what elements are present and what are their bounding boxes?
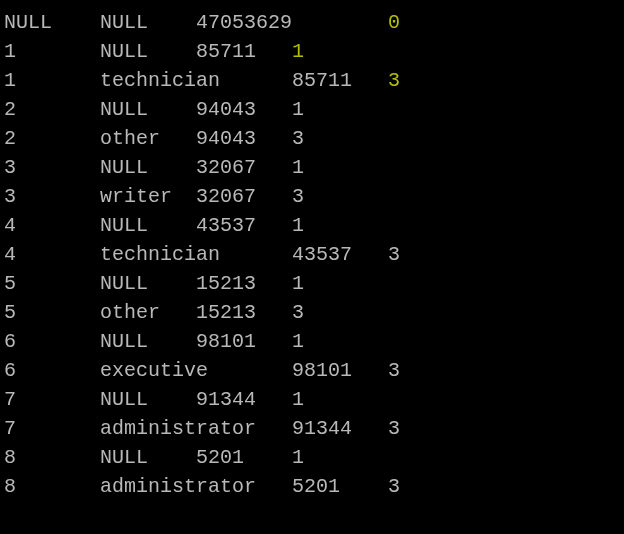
cell-col3: 47053629 (196, 8, 388, 37)
table-row: 7 administrator 91344 3 (4, 414, 620, 443)
cell-col4: 3 (388, 472, 400, 501)
cell-col1: 4 (4, 211, 100, 240)
cell-col1: 6 (4, 327, 100, 356)
cell-col4: 1 (292, 95, 304, 124)
table-row: 2 NULL 94043 1 (4, 95, 620, 124)
cell-col4: 1 (292, 385, 304, 414)
cell-col3: 85711 (196, 37, 292, 66)
cell-col1: 7 (4, 414, 100, 443)
cell-col2: administrator (100, 414, 292, 443)
cell-col4: 3 (388, 240, 400, 269)
cell-col1: 4 (4, 240, 100, 269)
cell-col2: NULL (100, 95, 196, 124)
table-row: 4 technician 43537 3 (4, 240, 620, 269)
cell-col4: 1 (292, 211, 304, 240)
cell-col2: NULL (100, 385, 196, 414)
table-row: 6 executive 98101 3 (4, 356, 620, 385)
cell-col2: technician (100, 66, 292, 95)
cell-col1: 8 (4, 472, 100, 501)
cell-col1: 1 (4, 66, 100, 95)
cell-col3: 15213 (196, 269, 292, 298)
cell-col4: 1 (292, 37, 304, 66)
cell-col3: 94043 (196, 95, 292, 124)
cell-col1: 2 (4, 124, 100, 153)
table-row: 2 other 94043 3 (4, 124, 620, 153)
cell-col3: 43537 (196, 211, 292, 240)
cell-col2: NULL (100, 153, 196, 182)
table-row: 6 NULL 98101 1 (4, 327, 620, 356)
cell-col2: NULL (100, 8, 196, 37)
table-row: 5 other 15213 3 (4, 298, 620, 327)
cell-col2: NULL (100, 443, 196, 472)
cell-col4: 0 (388, 8, 400, 37)
cell-col4: 3 (388, 356, 400, 385)
cell-col1: 1 (4, 37, 100, 66)
table-row: 8 NULL 5201 1 (4, 443, 620, 472)
cell-col2: other (100, 298, 196, 327)
cell-col3: 43537 (292, 240, 388, 269)
cell-col4: 1 (292, 269, 304, 298)
cell-col3: 32067 (196, 182, 292, 211)
cell-col3: 98101 (292, 356, 388, 385)
cell-col3: 91344 (292, 414, 388, 443)
table-row: 1 NULL 85711 1 (4, 37, 620, 66)
cell-col4: 1 (292, 443, 304, 472)
cell-col1: 7 (4, 385, 100, 414)
cell-col2: NULL (100, 327, 196, 356)
cell-col4: 3 (388, 66, 400, 95)
cell-col1: 6 (4, 356, 100, 385)
cell-col1: 8 (4, 443, 100, 472)
cell-col3: 15213 (196, 298, 292, 327)
cell-col4: 1 (292, 153, 304, 182)
table-row: 5 NULL 15213 1 (4, 269, 620, 298)
table-row: 8 administrator 5201 3 (4, 472, 620, 501)
cell-col1: 5 (4, 269, 100, 298)
cell-col4: 3 (388, 414, 400, 443)
cell-col4: 1 (292, 327, 304, 356)
cell-col1: NULL (4, 8, 100, 37)
cell-col2: NULL (100, 37, 196, 66)
cell-col3: 5201 (292, 472, 388, 501)
cell-col3: 85711 (292, 66, 388, 95)
cell-col4: 3 (292, 298, 304, 327)
result-table: NULL NULL 47053629 01 NULL 85711 11 tech… (4, 8, 620, 501)
cell-col3: 32067 (196, 153, 292, 182)
cell-col2: other (100, 124, 196, 153)
cell-col2: executive (100, 356, 292, 385)
cell-col4: 3 (292, 124, 304, 153)
table-row: 1 technician 85711 3 (4, 66, 620, 95)
cell-col3: 94043 (196, 124, 292, 153)
cell-col1: 3 (4, 153, 100, 182)
table-row: NULL NULL 47053629 0 (4, 8, 620, 37)
table-row: 4 NULL 43537 1 (4, 211, 620, 240)
table-row: 3 writer 32067 3 (4, 182, 620, 211)
cell-col4: 3 (292, 182, 304, 211)
cell-col3: 98101 (196, 327, 292, 356)
cell-col2: NULL (100, 269, 196, 298)
cell-col1: 3 (4, 182, 100, 211)
cell-col2: NULL (100, 211, 196, 240)
cell-col3: 91344 (196, 385, 292, 414)
cell-col1: 2 (4, 95, 100, 124)
table-row: 3 NULL 32067 1 (4, 153, 620, 182)
cell-col2: administrator (100, 472, 292, 501)
table-row: 7 NULL 91344 1 (4, 385, 620, 414)
cell-col2: technician (100, 240, 292, 269)
cell-col2: writer (100, 182, 196, 211)
cell-col1: 5 (4, 298, 100, 327)
cell-col3: 5201 (196, 443, 292, 472)
